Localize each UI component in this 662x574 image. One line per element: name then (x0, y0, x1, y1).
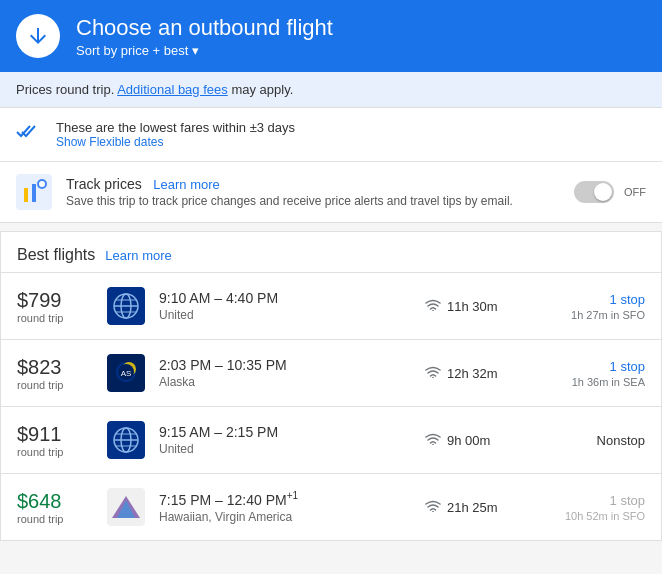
svg-point-17 (432, 377, 434, 378)
flight-stops-detail: 10h 52m in SFO (525, 510, 645, 522)
toggle-knob (594, 183, 612, 201)
flight-time-range: 9:10 AM – 4:40 PM (159, 290, 425, 306)
flight-price-type: round trip (17, 446, 107, 458)
flight-time-col: 7:15 PM – 12:40 PM+1 Hawaiian, Virgin Am… (159, 490, 425, 524)
check-icon (16, 124, 40, 145)
svg-point-4 (39, 181, 45, 187)
header-content: Choose an outbound flight Sort by price … (76, 15, 333, 58)
best-flights-learn-more[interactable]: Learn more (105, 248, 171, 263)
wifi-icon (425, 499, 441, 515)
flight-price-col: $911 round trip (17, 423, 107, 458)
info-text-after: may apply. (231, 82, 293, 97)
best-flights-title: Best flights (17, 246, 95, 264)
flight-price-col: $648 round trip (17, 490, 107, 525)
track-prices-section: Track prices Learn more Save this trip t… (0, 162, 662, 223)
airline-logo (107, 421, 145, 459)
flight-price: $823 (17, 356, 107, 379)
flight-duration: 21h 25m (447, 500, 498, 515)
flight-duration-col: 12h 32m (425, 365, 525, 381)
flight-icon (16, 14, 60, 58)
flight-price: $911 (17, 423, 107, 446)
toggle-off-label: OFF (624, 186, 646, 198)
wifi-icon (425, 365, 441, 381)
best-flights-section: Best flights Learn more $799 round trip … (0, 231, 662, 541)
flight-airline: United (159, 442, 425, 456)
flight-stops-label: 1 stop (525, 493, 645, 508)
flight-stops-label: 1 stop (525, 359, 645, 374)
airline-logo (107, 287, 145, 325)
info-text-before: Prices round trip. (16, 82, 114, 97)
flight-stops-label: Nonstop (525, 433, 645, 448)
lowest-fares-banner: These are the lowest fares within ±3 day… (0, 108, 662, 162)
flight-stops-col: Nonstop (525, 433, 645, 448)
flight-time-range: 2:03 PM – 10:35 PM (159, 357, 425, 373)
flight-stops-col: 1 stop 1h 27m in SFO (525, 292, 645, 321)
flight-stops-col: 1 stop 10h 52m in SFO (525, 493, 645, 522)
flight-stops-col: 1 stop 1h 36m in SEA (525, 359, 645, 388)
flight-row[interactable]: $648 round trip 7:15 PM – 12:40 PM+1 Haw… (1, 474, 661, 540)
airline-logo: AS (107, 354, 145, 392)
flight-duration-col: 9h 00m (425, 432, 525, 448)
page-header: Choose an outbound flight Sort by price … (0, 0, 662, 72)
flight-price: $648 (17, 490, 107, 513)
sort-label: Sort by price + best (76, 43, 188, 58)
flight-airline: United (159, 308, 425, 322)
flight-time-range: 7:15 PM – 12:40 PM+1 (159, 490, 425, 508)
flight-price: $799 (17, 289, 107, 312)
flight-row[interactable]: $823 round trip AS 2:03 PM – 10:35 PM Al… (1, 340, 661, 407)
page-title: Choose an outbound flight (76, 15, 333, 41)
flight-duration-col: 21h 25m (425, 499, 525, 515)
svg-point-11 (432, 310, 434, 311)
flight-stops-detail: 1h 36m in SEA (525, 376, 645, 388)
flight-stops-label: 1 stop (525, 292, 645, 307)
track-prices-description: Save this trip to track price changes an… (66, 194, 560, 208)
flights-list: $799 round trip 9:10 AM – 4:40 PM United… (1, 273, 661, 540)
svg-point-24 (432, 444, 434, 445)
track-prices-toggle-wrap: OFF (574, 181, 646, 203)
flight-duration-col: 11h 30m (425, 298, 525, 314)
best-flights-header: Best flights Learn more (1, 232, 661, 273)
flight-time-col: 9:10 AM – 4:40 PM United (159, 290, 425, 322)
wifi-icon (425, 432, 441, 448)
wifi-icon (425, 298, 441, 314)
airline-logo (107, 488, 145, 526)
track-learn-more-link[interactable]: Learn more (153, 177, 219, 192)
flexible-dates-link[interactable]: Show Flexible dates (56, 135, 295, 149)
flight-price-col: $823 round trip (17, 356, 107, 391)
info-bar: Prices round trip. Additional bag fees m… (0, 72, 662, 108)
flight-duration: 9h 00m (447, 433, 490, 448)
lowest-fares-content: These are the lowest fares within ±3 day… (56, 120, 295, 149)
sort-subtitle[interactable]: Sort by price + best ▾ (76, 43, 333, 58)
flight-row[interactable]: $911 round trip 9:15 AM – 2:15 PM United… (1, 407, 661, 474)
lowest-fares-text: These are the lowest fares within ±3 day… (56, 120, 295, 135)
flight-time-col: 2:03 PM – 10:35 PM Alaska (159, 357, 425, 389)
track-prices-title: Track prices (66, 176, 142, 192)
svg-point-28 (432, 511, 434, 512)
flight-airline: Alaska (159, 375, 425, 389)
flight-price-type: round trip (17, 513, 107, 525)
flight-price-type: round trip (17, 312, 107, 324)
flight-duration: 11h 30m (447, 299, 498, 314)
track-prices-toggle[interactable] (574, 181, 614, 203)
flight-airline: Hawaiian, Virgin America (159, 510, 425, 524)
track-prices-icon (16, 174, 52, 210)
flight-price-type: round trip (17, 379, 107, 391)
svg-rect-1 (24, 188, 28, 202)
flight-stops-detail: 1h 27m in SFO (525, 309, 645, 321)
bag-fees-link[interactable]: Additional bag fees (117, 82, 228, 97)
svg-text:AS: AS (121, 369, 132, 378)
track-prices-content: Track prices Learn more Save this trip t… (66, 176, 560, 208)
svg-rect-2 (32, 184, 36, 202)
sort-arrow-icon: ▾ (192, 43, 199, 58)
flight-row[interactable]: $799 round trip 9:10 AM – 4:40 PM United… (1, 273, 661, 340)
flight-time-range: 9:15 AM – 2:15 PM (159, 424, 425, 440)
flight-time-col: 9:15 AM – 2:15 PM United (159, 424, 425, 456)
flight-price-col: $799 round trip (17, 289, 107, 324)
flight-duration: 12h 32m (447, 366, 498, 381)
